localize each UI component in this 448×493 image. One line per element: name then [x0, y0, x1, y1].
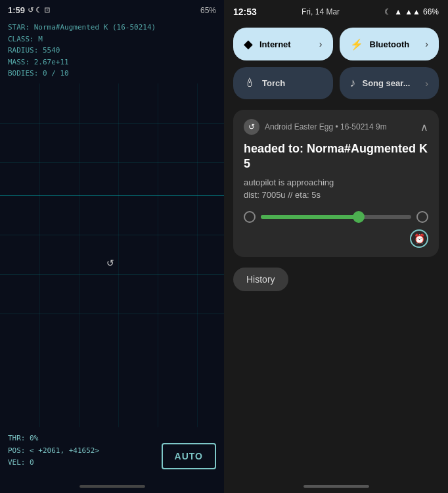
bodies-row: BODIES: 0 / 10	[8, 68, 216, 80]
class-row: CLASS: M	[8, 34, 216, 45]
grid-line	[0, 162, 224, 163]
left-home-indicator	[0, 480, 224, 493]
left-status-right: 65%	[200, 6, 216, 15]
song-search-tile[interactable]: ♪ Song sear... ›	[340, 67, 439, 99]
wifi-icon: ▲	[394, 7, 402, 16]
alarm-icon[interactable]: ⏰	[410, 229, 428, 248]
bluetooth-tile[interactable]: ⚡ Bluetooth ›	[340, 28, 439, 60]
moon-icon: ☾	[384, 7, 392, 16]
song-search-chevron: ›	[425, 78, 428, 89]
class-value: M	[38, 35, 43, 43]
signal-icon: ▲▲	[405, 7, 420, 16]
thr-row: THR: 0%	[8, 433, 99, 445]
progress-end-circle	[416, 211, 428, 223]
right-date: Fri, 14 Mar	[302, 7, 340, 16]
internet-chevron: ›	[319, 39, 323, 49]
quick-tiles: ◆ Internet › ⚡ Bluetooth › 🕯 Torch ♪ Son…	[224, 21, 448, 106]
battery-pct: 65%	[200, 6, 216, 15]
star-value: Norma#Augmented K (16-50214)	[34, 23, 156, 32]
torch-label: Torch	[262, 78, 285, 88]
grid-line	[0, 235, 224, 235]
notif-expand-icon[interactable]: ∧	[420, 121, 428, 133]
grid-line-bright	[0, 195, 224, 196]
grid-line	[79, 83, 79, 427]
left-time-text: 1:59	[8, 5, 25, 15]
music-icon: ♪	[350, 76, 356, 90]
wifi-tile-icon: ◆	[244, 37, 253, 51]
mass-value: 2.67e+11	[34, 58, 69, 66]
notif-app-name: Android Easter Egg • 16-50214 9m	[265, 122, 415, 131]
left-status-icons: ↺☾⊡	[28, 6, 50, 14]
telemetry-info: THR: 0% POS: < +2061, +41652> VEL: 0	[8, 433, 99, 469]
left-star-info: STAR: Norma#Augmented K (16-50214) CLASS…	[0, 18, 224, 83]
internet-tile[interactable]: ◆ Internet ›	[233, 28, 333, 60]
grid-line	[0, 123, 224, 124]
progress-thumb	[353, 211, 365, 223]
notif-body2: dist: 7005u // eta: 5s	[244, 189, 428, 202]
torch-tile[interactable]: 🕯 Torch	[233, 67, 333, 99]
internet-label: Internet	[259, 39, 291, 49]
battery-icon: 66%	[423, 7, 439, 16]
game-canvas: ↺	[0, 83, 224, 427]
notif-body1: autopilot is approaching	[244, 176, 428, 189]
alarm-symbol: ⏰	[414, 233, 425, 244]
left-status-bar: 1:59 ↺☾⊡ 65%	[0, 0, 224, 18]
right-panel: 12:53 Fri, 14 Mar ☾ ▲ ▲▲ 66% ◆ Internet …	[224, 0, 448, 493]
auto-button[interactable]: AUTO	[162, 443, 216, 469]
grid-line	[39, 83, 40, 427]
radius-value: 5540	[43, 46, 60, 55]
right-status-bar: 12:53 Fri, 14 Mar ☾ ▲ ▲▲ 66%	[224, 0, 448, 21]
right-time: 12:53	[233, 7, 257, 17]
radius-row: RADIUS: 5540	[8, 45, 216, 57]
notif-title: headed to: Norma#Augmented K 5	[244, 141, 428, 172]
notif-footer: ⏰	[244, 229, 428, 248]
notification-card: ↺ Android Easter Egg • 16-50214 9m ∧ hea…	[233, 110, 439, 257]
bluetooth-label: Bluetooth	[370, 39, 410, 49]
grid-line	[197, 83, 198, 427]
star-row: STAR: Norma#Augmented K (16-50214)	[8, 22, 216, 34]
notif-app-icon-symbol: ↺	[248, 122, 255, 131]
right-status-icons: ☾ ▲ ▲▲ 66%	[384, 7, 439, 16]
song-search-label: Song sear...	[363, 78, 411, 88]
bluetooth-chevron: ›	[425, 39, 428, 49]
progress-bar-container[interactable]	[261, 215, 411, 219]
notif-progress	[244, 211, 428, 223]
vel-row: VEL: 0	[8, 457, 99, 469]
history-button[interactable]: History	[233, 268, 288, 291]
cursor-icon: ↺	[106, 258, 114, 268]
progress-start-circle	[244, 211, 256, 223]
bodies-value: 0 / 10	[43, 69, 69, 78]
bluetooth-icon: ⚡	[350, 38, 363, 51]
torch-icon: 🕯	[244, 76, 256, 90]
notif-header: ↺ Android Easter Egg • 16-50214 9m ∧	[244, 119, 428, 135]
progress-bar-fill	[261, 215, 359, 219]
right-home-bar	[303, 485, 369, 488]
grid-line	[118, 83, 119, 427]
mass-row: MASS: 2.67e+11	[8, 57, 216, 68]
notif-app-icon: ↺	[244, 119, 259, 135]
left-home-bar	[79, 485, 145, 488]
left-panel: 1:59 ↺☾⊡ 65% STAR: Norma#Augmented K (16…	[0, 0, 224, 493]
grid-line	[158, 83, 158, 427]
pos-row: POS: < +2061, +41652>	[8, 445, 99, 458]
notif-body: autopilot is approaching dist: 7005u // …	[244, 176, 428, 202]
right-home-indicator	[224, 480, 448, 493]
history-section: History	[224, 261, 448, 298]
left-time: 1:59 ↺☾⊡	[8, 5, 50, 15]
grid-line	[0, 314, 224, 314]
left-bottom: THR: 0% POS: < +2061, +41652> VEL: 0 AUT…	[0, 427, 224, 480]
grid-line	[0, 274, 224, 275]
